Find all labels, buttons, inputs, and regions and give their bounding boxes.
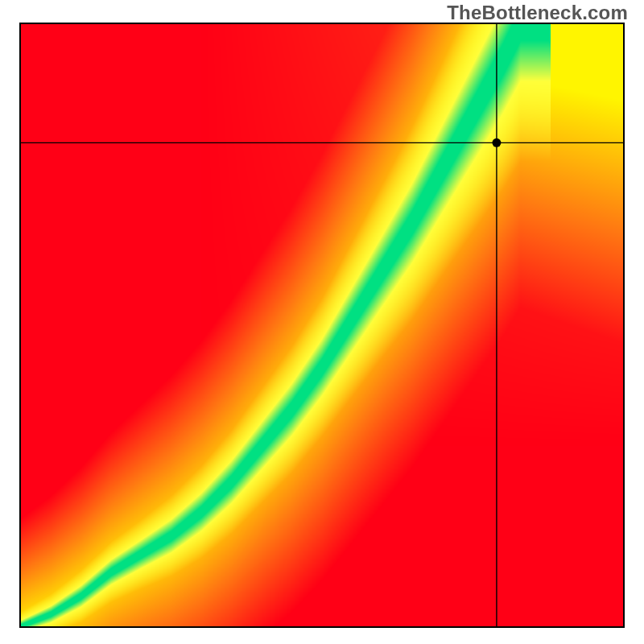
heatmap-plot — [19, 23, 625, 628]
heatmap-canvas — [21, 24, 623, 626]
watermark-text: TheBottleneck.com — [447, 2, 628, 24]
